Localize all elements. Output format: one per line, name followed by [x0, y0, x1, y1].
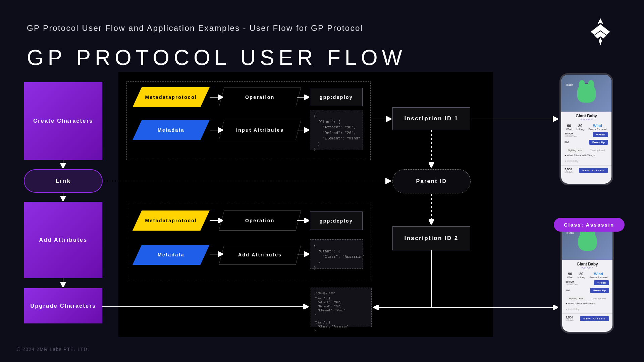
phone-powerup-button[interactable]: Power Up: [590, 288, 609, 293]
phone-row-coins1: 30,500190,000 Treas + Feed: [561, 131, 611, 138]
phone-tab-training[interactable]: Training Level: [589, 296, 608, 301]
phone-row-coins1: 30,500190,000 Treas + Feed: [562, 279, 612, 287]
character-icon: [578, 232, 597, 251]
box-gpp-deploy-2: gpp:deploy: [310, 212, 363, 230]
logo-icon: [585, 17, 615, 45]
phone-character-name: Giant Baby: [561, 114, 611, 118]
hex-add-attributes-2: Add Attributes: [219, 245, 301, 265]
oval-parent-id: Parent ID: [392, 169, 471, 193]
phone-tab-fighting[interactable]: Fighting Level: [567, 296, 586, 301]
phone-tabs: Fighting Level Training Level: [562, 296, 612, 301]
phone-bottom-coins: 3,500: [566, 316, 574, 319]
phone-skill-2: ● Invisibility: [562, 306, 612, 312]
phone-stat-element: WindPower Element: [588, 124, 606, 131]
character-icon: [577, 84, 596, 103]
box-inscription-id-1: Inscription ID 1: [392, 107, 470, 130]
phone-stat-attack: 90Wind: [567, 272, 573, 279]
phone-back: ‹ Back: [565, 83, 573, 86]
hex-operation-2: Operation: [219, 210, 301, 231]
code-box-1: { "Giant": { "Attack": "90", "Defend": "…: [310, 110, 363, 150]
code-box-3: jsonCopy code "Giant": { "Attack": "90",…: [311, 288, 372, 327]
phone-row-coins2: 500 Power Up: [561, 138, 611, 146]
class-assassin-pill: Class: Assassin: [554, 218, 625, 232]
title: GP PROTOCOL USER FLOW: [27, 45, 407, 70]
phone-tab-fighting[interactable]: Fighting Level: [566, 148, 585, 153]
phone-mockup-2: ‹ Back LVL2 Giant Baby #064709 ✓ 90Wind …: [560, 221, 614, 334]
box-inscription-id-2: Inscription ID 2: [392, 226, 470, 250]
phone-skill-1: ● Wind Attack with Wings: [562, 301, 612, 306]
phone-character-id: #064709 ✓: [562, 266, 612, 269]
phone-skill-2: ● Invisibility: [561, 158, 611, 164]
phone-stat-attack: 90Wind: [566, 124, 572, 131]
hex-metadata-1: Metadata: [132, 120, 210, 140]
phone-stat-defend: 20Hitting: [577, 124, 584, 131]
hex-metadata-2: Metadata: [132, 245, 210, 265]
phone-tab-training[interactable]: Training Level: [588, 148, 607, 153]
phone-character-name: Giant Baby: [562, 262, 612, 266]
hex-input-attributes: Input Attributes: [219, 120, 301, 140]
phone-stat-defend: 20Hitting: [578, 272, 585, 279]
footer: © 2024 2MR Labs PTE. LTD.: [17, 347, 89, 352]
phone-back: ‹ Back: [566, 231, 574, 235]
phone-stat-element: WindPower Element: [589, 272, 607, 279]
phone-new-attack-button[interactable]: New Attack: [579, 168, 608, 173]
box-gpp-deploy-1: gpp:deploy: [310, 88, 363, 106]
hex-metadataprotocol-1: Metadataprotocol: [132, 87, 210, 107]
phone-skill-1: ● Wind Attack with Wings: [561, 153, 611, 158]
phone-tabs: Fighting Level Training Level: [561, 148, 611, 153]
phone-mockup-1: ‹ Back LVL2 Giant Baby #064709 ✓ 90Wind …: [559, 73, 613, 185]
box-upgrade-characters: Upgrade Characters: [24, 288, 102, 323]
box-create-characters: Create Characters: [24, 82, 102, 160]
box-add-attributes: Add Attributes: [24, 202, 102, 278]
phone-bottom-coins: 3,500: [565, 168, 573, 171]
phone-feed-button[interactable]: + Feed: [594, 280, 609, 285]
link-oval: Link: [24, 169, 103, 193]
phone-character-id: #064709 ✓: [561, 118, 611, 121]
phone-new-attack-button[interactable]: New Attack: [580, 316, 609, 321]
hex-operation-1: Operation: [219, 87, 301, 107]
phone-row-coins2: 500 Power Up: [562, 287, 612, 294]
subtitle: GP Protocol User Flow and Application Ex…: [27, 23, 363, 33]
phone-powerup-button[interactable]: Power Up: [589, 140, 608, 145]
code-box-2: { "Giant": { "Class": "Assassin" } }: [310, 239, 363, 269]
hex-metadataprotocol-2: Metadataprotocol: [132, 210, 210, 231]
phone-feed-button[interactable]: + Feed: [593, 132, 608, 137]
